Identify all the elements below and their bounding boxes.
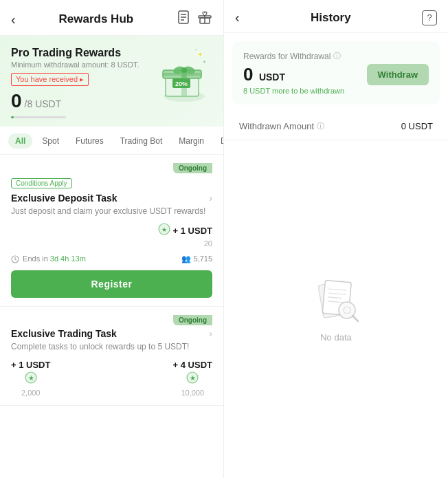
rewards-label: Rewards for Withdrawal — [243, 52, 331, 61]
right-panel: ‹ History ? Rewards for Withdrawal ⓘ 0 U… — [224, 0, 448, 478]
task-card-2: Ongoing Exclusive Trading Task › Complet… — [0, 307, 223, 406]
hero-progress-fill — [11, 116, 14, 118]
svg-text:★: ★ — [161, 226, 167, 233]
svg-text:★: ★ — [190, 374, 196, 382]
withdrawn-row: Withdrawn Amount ⓘ 0 USDT — [224, 113, 448, 140]
task-title-row-1: Exclusive Deposit Task › — [11, 193, 212, 204]
task-reward-row-1: ★ + 1 USDT 20 — [11, 223, 212, 248]
register-button-1[interactable]: Register — [11, 270, 212, 298]
ongoing-badge-2: Ongoing — [173, 315, 212, 325]
svg-text:✦: ✦ — [203, 60, 206, 64]
conditions-tag-1: Conditions Apply — [11, 178, 72, 188]
task-users-1: 👥 5,715 — [181, 254, 212, 263]
svg-rect-10 — [163, 73, 201, 76]
task-title-1: Exclusive Deposit Task — [11, 193, 117, 204]
hero-illustration: ✦ ✦ ✦ 20% — [153, 43, 215, 105]
task-card-1: Ongoing Conditions Apply Exclusive Depos… — [0, 155, 223, 307]
rewards-amount-value: 0 — [243, 64, 253, 85]
tab-spot[interactable]: Spot — [35, 133, 66, 149]
rewards-amount-row: 0 USDT Withdraw — [243, 64, 429, 85]
svg-point-14 — [181, 67, 187, 73]
task-title-2: Exclusive Trading Task — [11, 328, 117, 339]
task-title-row-2: Exclusive Trading Task › — [11, 328, 212, 339]
reward-count-2b: 10,000 — [173, 389, 212, 397]
task-desc-2: Complete tasks to unlock rewards up to 5… — [11, 342, 212, 351]
ongoing-badge-1: Ongoing — [173, 163, 212, 173]
svg-text:★: ★ — [27, 374, 34, 382]
svg-text:20%: 20% — [175, 80, 188, 87]
reward-item-2b: + 4 USDT ★ 10,000 — [173, 358, 212, 397]
hero-amount-unit: /8 USDT — [25, 98, 62, 109]
no-data-illustration — [309, 276, 363, 324]
rewards-amount-group: 0 USDT — [243, 64, 285, 85]
svg-line-39 — [352, 316, 358, 321]
svg-text:✦: ✦ — [198, 52, 203, 58]
task-chevron-1[interactable]: › — [209, 193, 212, 204]
task-time-prefix: Ends in — [23, 254, 48, 263]
reward-icon-1: ★ — [158, 223, 170, 238]
no-data-container: No data — [224, 140, 448, 478]
hero-amount-value: 0 — [11, 90, 22, 112]
rewards-label-row: Rewards for Withdrawal ⓘ — [243, 51, 429, 61]
tab-deposit-add[interactable]: Deposit/Add — [214, 133, 223, 149]
users-icon-1: 👥 — [181, 254, 191, 263]
multi-reward-row-2: + 1 USDT ★ 2,000 + 4 USDT ★ 10,000 — [11, 358, 212, 397]
hero-received-badge[interactable]: You have received ▸ — [11, 73, 89, 86]
rewards-sub: 8 USDT more to be withdrawn — [243, 87, 429, 95]
task-time-1: Ends in 3d 4h 13m — [11, 254, 86, 263]
tab-all[interactable]: All — [8, 133, 32, 149]
rewards-amount-unit: USDT — [259, 72, 285, 83]
users-count-1: 5,715 — [193, 254, 212, 263]
reward-icon-2b: ★ — [173, 371, 212, 387]
right-header: ‹ History ? — [224, 0, 448, 33]
filter-tabs: All Spot Futures Trading Bot Margin Depo… — [0, 127, 223, 155]
withdrawn-label: Withdrawn Amount — [239, 121, 314, 131]
rewards-card: Rewards for Withdrawal ⓘ 0 USDT Withdraw… — [232, 41, 440, 105]
withdrawn-label-row: Withdrawn Amount ⓘ — [239, 121, 324, 131]
tab-margin[interactable]: Margin — [172, 133, 211, 149]
reward-amount-2a: + 1 USDT — [11, 360, 50, 370]
left-title: Rewards Hub — [59, 12, 134, 26]
reward-amount-2b: + 4 USDT — [173, 360, 212, 370]
withdrawn-value: 0 USDT — [401, 121, 433, 131]
list-icon[interactable] — [177, 10, 192, 28]
help-icon[interactable]: ? — [422, 10, 437, 25]
left-back-button[interactable]: ‹ — [11, 12, 16, 26]
left-panel: ‹ Rewards Hub — [0, 0, 224, 478]
hero-section: ✦ ✦ ✦ 20% Pro Trading Rewards Minimum wi… — [0, 36, 223, 127]
task-chevron-2[interactable]: › — [209, 328, 212, 339]
tab-futures[interactable]: Futures — [69, 133, 111, 149]
svg-text:✦: ✦ — [194, 47, 197, 52]
reward-count-2a: 2,000 — [11, 389, 50, 397]
task-footer-1: Ends in 3d 4h 13m 👥 5,715 — [11, 254, 212, 263]
task-desc-1: Just deposit and claim your exclusive US… — [11, 206, 212, 216]
info-icon[interactable]: ⓘ — [333, 51, 341, 61]
svg-line-24 — [15, 259, 16, 261]
tab-trading-bot[interactable]: Trading Bot — [113, 133, 170, 149]
withdraw-button[interactable]: Withdraw — [367, 64, 429, 85]
reward-icon-2a: ★ — [11, 371, 50, 387]
task-reward-amount-1: + 1 USDT — [173, 226, 212, 236]
withdrawn-info-icon[interactable]: ⓘ — [317, 121, 324, 131]
gift-nav-icon[interactable] — [197, 10, 212, 28]
right-back-button[interactable]: ‹ — [235, 10, 240, 25]
no-data-text: No data — [320, 332, 352, 343]
task-reward-count-1: 20 — [204, 239, 212, 248]
left-header-icons — [177, 10, 212, 28]
left-header: ‹ Rewards Hub — [0, 0, 223, 36]
reward-item-2a: + 1 USDT ★ 2,000 — [11, 358, 50, 397]
task-time-value-1: 3d 4h 13m — [50, 254, 86, 263]
hero-progress-bar — [11, 116, 66, 118]
right-title: History — [311, 11, 351, 25]
